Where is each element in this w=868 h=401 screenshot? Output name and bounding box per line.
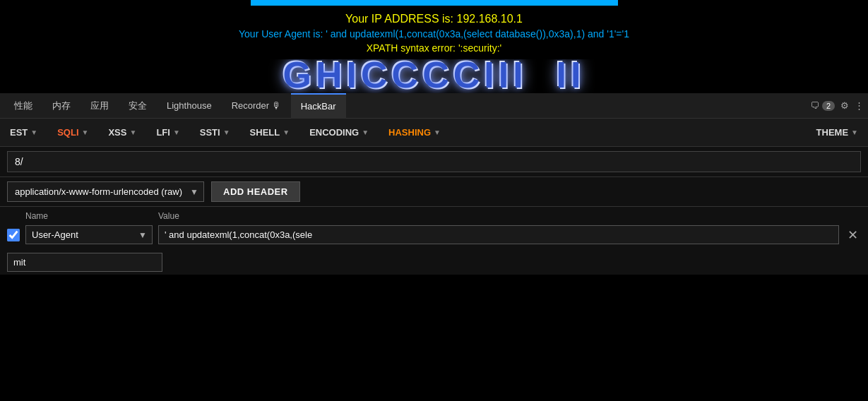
ip-line: Your IP ADDRESS is: 192.168.10.1 [0,13,868,25]
menu-est-label: EST [10,127,28,138]
xpath-line: XPATH syntax error: ':security:' [0,42,868,54]
menu-hashing[interactable]: HASHING ▼ [379,119,451,147]
chevron-encoding-icon: ▼ [362,128,369,136]
tab-性能[interactable]: 性能 [4,93,42,119]
hackbar-menu: EST ▼ SQLI ▼ XSS ▼ LFI ▼ SSTI ▼ SHELL ▼ … [0,119,868,147]
chevron-est-icon: ▼ [30,128,37,136]
menu-theme-label: THEME [816,127,849,138]
menu-theme[interactable]: THEME ▼ [807,119,868,147]
header-checkbox[interactable] [7,229,20,241]
badge-count: 2 [822,101,835,111]
tab-应用[interactable]: 应用 [81,93,119,119]
name-column-label: Name [25,211,153,221]
body-select-wrapper: application/x-www-form-urlencoded (raw) … [7,181,204,202]
tab-hackbar[interactable]: HackBar [291,93,346,119]
headers-section: Name Value User-Agent Cookie Referer Cus… [0,207,868,250]
menu-encoding[interactable]: ENCODING ▼ [299,119,379,147]
menu-ssti[interactable]: SSTI ▼ [190,119,240,147]
chevron-theme-icon: ▼ [851,128,858,136]
logo-area: GHICCCCIII II [0,59,868,93]
tab-内存[interactable]: 内存 [42,93,81,119]
menu-ssti-label: SSTI [200,127,220,138]
chevron-hashing-icon: ▼ [434,128,441,136]
header-name-select[interactable]: User-Agent Cookie Referer Custom [25,225,153,244]
menu-est[interactable]: EST ▼ [0,119,47,147]
chevron-ssti-icon: ▼ [223,128,230,136]
body-section: application/x-www-form-urlencoded (raw) … [0,177,868,207]
header-name-wrapper: User-Agent Cookie Referer Custom ▼ [25,225,153,244]
header-value-input[interactable] [158,225,839,244]
menu-encoding-label: ENCODING [309,127,359,138]
tab-安全[interactable]: 安全 [119,93,157,119]
menu-hashing-label: HASHING [388,127,431,138]
menu-sqli-label: SQLI [57,127,78,138]
submit-section [0,250,868,275]
info-section: Your IP ADDRESS is: 192.168.10.1 Your Us… [0,6,868,59]
chevron-sqli-icon: ▼ [82,128,89,136]
value-column-label: Value [158,211,179,221]
tab-bar: 性能 内存 应用 安全 Lighthouse Recorder 🎙 HackBa… [0,93,868,119]
menu-xss-label: XSS [108,127,126,138]
menu-sqli[interactable]: SQLI ▼ [47,119,98,147]
submit-input[interactable] [7,253,162,272]
message-icon[interactable]: 🗨 2 [810,100,835,111]
header-row: User-Agent Cookie Referer Custom ▼ ✕ [7,224,861,246]
menu-lfi-label: LFI [156,127,170,138]
tab-lighthouse[interactable]: Lighthouse [157,93,222,119]
tab-recorder[interactable]: Recorder 🎙 [222,93,291,119]
menu-shell-label: SHELL [250,127,280,138]
tab-icons: 🗨 2 ⚙ ⋮ [810,100,864,111]
more-icon[interactable]: ⋮ [855,100,864,111]
url-bar-section [0,147,868,177]
top-blue-bar [251,0,618,6]
chevron-lfi-icon: ▼ [173,128,180,136]
settings-icon[interactable]: ⚙ [840,100,849,111]
menu-shell[interactable]: SHELL ▼ [240,119,300,147]
menu-xss[interactable]: XSS ▼ [98,119,146,147]
add-header-button[interactable]: ADD HEADER [211,181,300,202]
delete-header-button[interactable]: ✕ [845,227,861,243]
logo-text: GHICCCCIII II [283,59,585,93]
menu-lfi[interactable]: LFI ▼ [146,119,189,147]
ua-line: Your User Agent is: ' and updatexml(1,co… [0,28,868,40]
url-input[interactable] [7,151,861,172]
chevron-shell-icon: ▼ [283,128,290,136]
body-type-select[interactable]: application/x-www-form-urlencoded (raw) … [7,181,204,202]
chevron-xss-icon: ▼ [129,128,136,136]
